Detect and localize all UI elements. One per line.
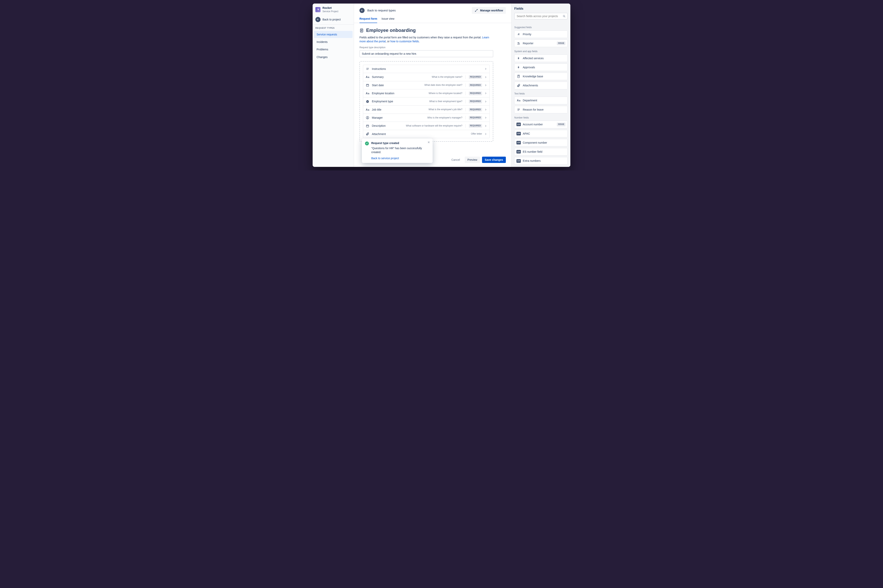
main-column: Back to request types Manage workflow Re… [354,3,511,167]
field-card[interactable]: 123Account numberISSUE [514,121,568,128]
form-field-row[interactable]: DescriptionWhat software or hardware wil… [363,122,490,130]
field-card[interactable]: 123APAC [514,130,568,137]
field-card[interactable]: Knowledge base [514,73,568,80]
preview-button[interactable]: Preview [465,157,480,163]
field-helper: What is the employee name? [432,75,462,79]
field-type-icon: Aa [366,108,369,112]
sidebar-item[interactable]: Service requests [314,31,352,38]
project-name: Rocket [322,6,339,10]
project-type: Service Project [322,10,339,13]
field-card[interactable]: ReporterISSUE [514,39,568,47]
field-name: Manager [372,116,383,120]
customize-fields-link[interactable]: how to customize fields [390,40,419,43]
cancel-button[interactable]: Cancel [448,157,463,163]
field-card[interactable]: Reason for leave [514,106,568,113]
form-field-row[interactable]: AaSummaryWhat is the employee name?REQUI… [363,73,490,81]
field-card[interactable]: Approvals [514,63,568,71]
field-name: Attachment [372,132,386,136]
field-name: Job title [372,108,381,112]
form-field-row[interactable]: Start dateWhat date does the employee st… [363,81,490,89]
project-avatar-icon [315,7,321,12]
toast-title: Request type created [371,141,429,145]
field-card[interactable]: 123Component number [514,139,568,146]
form-field-row[interactable]: AaEmployee locationWhere is the employee… [363,89,490,98]
toast-close-button[interactable] [427,140,431,144]
field-type-icon [516,75,521,78]
field-name: Department [523,98,537,102]
fields-panel-body: Suggested fieldsPriorityReporterISSUESys… [511,21,570,167]
back-to-request-types[interactable]: Back to request types [360,8,396,13]
chevron-right-icon [484,92,487,94]
sidebar: Rocket Service Project Back to project R… [313,3,354,167]
field-type-icon [366,100,369,104]
field-card[interactable]: Priority [514,30,568,38]
field-card[interactable]: AaDepartment [514,97,568,104]
field-type-icon [366,116,369,120]
fields-search-input[interactable] [516,14,562,18]
field-helper: What software or hardware will the emplo… [406,124,462,128]
arrow-left-icon [360,8,364,13]
field-type-icon [366,67,369,70]
nav-list: Service requestsIncidentsProblemsChanges [313,31,354,61]
tab[interactable]: Request form [360,17,377,23]
save-button[interactable]: Save changes [482,157,506,163]
form-field-row[interactable]: Employment typeWhat is their employment … [363,97,490,105]
field-card[interactable]: Affected services [514,54,568,62]
field-type-icon: 123 [516,159,521,163]
chevron-right-icon [484,133,487,135]
content: Employee onboarding Fields added to the … [354,23,511,154]
form-field-row[interactable]: AaJob titleWhat is the employee's job ti… [363,105,490,114]
form-field-row[interactable]: Instructions [363,65,490,73]
page-description: Fields added to the portal form are fill… [360,35,493,44]
form-dropzone[interactable]: InstructionsAaSummaryWhat is the employe… [360,61,493,142]
sidebar-item[interactable]: Incidents [314,38,352,45]
field-name: Attachments [523,84,538,87]
back-label: Back to request types [367,8,396,13]
field-helper: Where is the employee located? [429,92,462,95]
required-badge: REQUIRED [469,75,482,79]
field-name: Description [372,124,385,128]
field-type-icon: Aa [366,91,369,95]
toast-link[interactable]: Back to service project [371,156,429,160]
field-helper: What is the employee's job title? [429,108,462,111]
field-card[interactable]: Attachments [514,82,568,89]
tabs: Request formIssue view [354,14,511,23]
arrow-left-icon [315,17,321,22]
field-type-icon: Aa [516,98,521,102]
field-type-icon [366,124,369,128]
search-icon [562,15,566,18]
sidebar-item[interactable]: Changes [314,54,352,61]
sidebar-item[interactable]: Problems [314,46,352,53]
field-type-icon [516,33,521,36]
field-card[interactable]: 123Extra numbers [514,157,568,165]
field-name: Component number [523,141,547,145]
issue-badge: ISSUE [557,42,565,45]
required-badge: REQUIRED [469,116,482,120]
chevron-right-icon [484,76,487,78]
issue-badge: ISSUE [557,123,565,126]
field-type-icon: 123 [516,141,521,144]
field-name: Start date [372,83,384,87]
fields-search[interactable] [514,13,568,20]
field-name: Employment type [372,99,393,104]
field-type-icon [516,108,521,111]
form-field-row[interactable]: AttachmentOffer letter [363,130,490,138]
back-to-project[interactable]: Back to project [313,15,354,24]
chevron-right-icon [484,100,487,103]
tab[interactable]: Issue view [381,17,394,23]
field-card[interactable]: 123Flag number [514,166,568,167]
field-name: Reason for leave [523,108,544,112]
back-to-project-label: Back to project [322,18,341,21]
description-input[interactable] [360,50,493,57]
fields-section-label: Suggested fields [514,26,568,29]
field-helper: What is their employment type? [429,100,462,103]
field-name: Affected services [523,56,544,60]
manage-workflow-button[interactable]: Manage workflow [472,7,506,14]
field-helper: What date does the employee start? [424,84,462,87]
project-header[interactable]: Rocket Service Project [313,4,354,15]
field-name: Approvals [523,65,535,69]
form-field-row[interactable]: ManagerWho is the employee's manager?REQ… [363,114,490,122]
field-type-icon [516,42,521,45]
field-name: Summary [372,75,384,79]
field-card[interactable]: 123ES number field [514,148,568,156]
